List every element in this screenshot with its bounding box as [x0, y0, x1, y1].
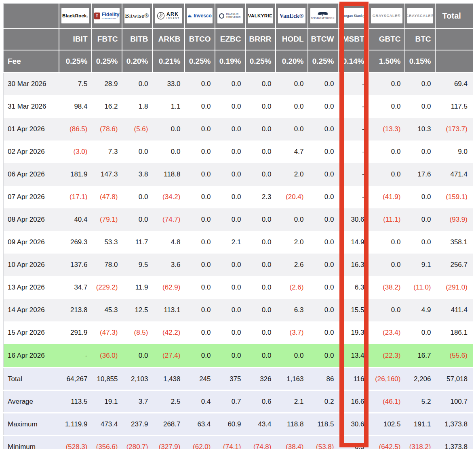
fee-row-label: Fee	[4, 50, 59, 72]
flow-value-btco: 0.0	[185, 95, 215, 118]
flow-value-btc: 0.0	[405, 95, 435, 118]
fee-ibit: 0.25%	[59, 50, 92, 72]
table-body: 30 Mar 20267.528.90.033.00.00.00.00.00.0…	[4, 72, 473, 449]
flow-value-ibit: 98.4	[59, 95, 92, 118]
logo-cell-bitb: Bitwise®	[122, 4, 152, 29]
flow-value-btc: 0.0	[405, 208, 435, 231]
summary-value-ezbc: 0.7	[215, 390, 245, 413]
flow-value-gbtc: 0.0	[369, 299, 405, 321]
morganstanley-logo: Morgan Stanley	[341, 8, 366, 23]
summary-value-msbt: 6.3	[338, 436, 369, 449]
flow-value-ezbc: 0.0	[215, 141, 245, 163]
flow-value-fbtc: (47.8)	[92, 186, 122, 208]
flow-value-msbt: -	[338, 186, 369, 208]
flow-value-btcw: 0.0	[308, 95, 338, 118]
fee-btco: 0.25%	[185, 50, 215, 72]
bitwise-wordmark: Bitwise®	[125, 13, 149, 19]
flow-value-fbtc: 16.2	[92, 95, 122, 118]
wisdomtree-wordmark: WISDOMTREE®	[311, 12, 335, 20]
flow-value-gbtc: (41.9)	[369, 186, 405, 208]
flow-value-btc: 0.0	[405, 231, 435, 254]
logo-cell-arkb: ARKINVEST	[152, 4, 185, 29]
flow-value-fbtc: 78.0	[92, 254, 122, 276]
flow-value-fbtc: 45.3	[92, 299, 122, 321]
grayscale-wordmark: GRAYSCALE®	[407, 14, 433, 18]
table-row: 30 Mar 20267.528.90.033.00.00.00.00.00.0…	[4, 72, 473, 95]
ticker-btc: BTC	[405, 28, 435, 50]
fee-bitb: 0.20%	[122, 50, 152, 72]
flow-value-btc: 0.0	[405, 186, 435, 208]
summary-value-ibit: 64,267	[59, 368, 92, 390]
flow-value-bitb: 0.0	[122, 344, 152, 368]
fee-msbt: 0.14%	[338, 50, 369, 72]
bitwise-logo: Bitwise®	[124, 8, 150, 23]
flow-value-btcw: 0.0	[308, 276, 338, 299]
flow-value-gbtc: (23.4)	[369, 321, 405, 344]
summary-value-bitb: (280.7)	[122, 436, 152, 449]
flow-value-bitb: (8.5)	[122, 321, 152, 344]
franklin-seal-icon	[219, 13, 224, 19]
flow-value-arkb: 3.6	[152, 254, 185, 276]
flow-value-ibit: (17.1)	[59, 186, 92, 208]
flow-value-ezbc: 0.0	[215, 276, 245, 299]
flow-value-total: (291.0)	[435, 276, 473, 299]
flow-value-msbt: -	[338, 141, 369, 163]
flow-value-ezbc: 0.0	[215, 208, 245, 231]
flow-value-btcw: 0.0	[308, 72, 338, 95]
summary-row-average: Average113.519.13.72.50.40.70.62.10.216.…	[4, 390, 473, 413]
flow-value-gbtc: (11.1)	[369, 208, 405, 231]
grayscale-logo: GRAYSCALE®	[407, 8, 433, 23]
grayscale-wordmark: GRAYSCALE®	[373, 14, 400, 18]
logo-cell-btc: GRAYSCALE®	[405, 4, 435, 29]
flow-value-ibit: 269.3	[59, 231, 92, 254]
wisdomtree-tree-icon	[317, 12, 329, 17]
flow-value-ibit: 40.4	[59, 208, 92, 231]
flow-value-arkb: 0.0	[152, 141, 185, 163]
flow-value-msbt: 14.9	[338, 231, 369, 254]
flow-value-arkb: (74.7)	[152, 208, 185, 231]
summary-value-total: 1,373.8	[435, 436, 473, 449]
flow-value-ibit: -	[59, 344, 92, 368]
flow-value-arkb: (42.2)	[152, 321, 185, 344]
flow-value-bitb: 9.5	[122, 254, 152, 276]
valkyrie-wordmark: VALKYRIE	[248, 13, 273, 18]
flow-value-total: (55.6)	[435, 344, 473, 368]
ticker-arkb: ARKB	[152, 28, 185, 50]
flow-value-btcw: 0.0	[308, 254, 338, 276]
flow-value-btco: 0.0	[185, 186, 215, 208]
ark-wordmark: ARKINVEST	[166, 12, 180, 20]
flow-value-ezbc: 0.0	[215, 254, 245, 276]
flow-value-hodl: 0.0	[276, 95, 308, 118]
flow-value-ibit: 7.5	[59, 72, 92, 95]
flow-value-total: 471.4	[435, 163, 473, 186]
date-cell: 14 Apr 2026	[4, 299, 59, 321]
logo-cell-fbtc: fFidelityINTERNATIONAL	[92, 4, 122, 29]
table-row: 31 Mar 202698.416.21.81.10.00.00.00.00.0…	[4, 95, 473, 118]
logo-cell-hodl: VanEck®	[276, 4, 308, 29]
flow-value-bitb: 0.0	[122, 208, 152, 231]
flow-value-brrr: 0.0	[245, 72, 276, 95]
invesco-wordmark: Invesco	[194, 13, 212, 19]
ticker-bitb: BITB	[122, 28, 152, 50]
flow-value-arkb: 33.0	[152, 72, 185, 95]
date-cell: 30 Mar 2026	[4, 72, 59, 95]
summary-row-total: Total64,26710,8552,1031,4382453753261,16…	[4, 368, 473, 390]
ticker-msbt: MSBT	[338, 28, 369, 50]
flow-value-bitb: 0.0	[122, 141, 152, 163]
flow-value-arkb: 1.1	[152, 95, 185, 118]
date-cell: 16 Apr 2026	[4, 344, 59, 368]
date-cell: 09 Apr 2026	[4, 231, 59, 254]
flow-value-bitb: (5.6)	[122, 118, 152, 141]
flow-value-btc: 17.6	[405, 163, 435, 186]
flow-value-msbt: -	[338, 72, 369, 95]
fidelity-wordmark: FidelityINTERNATIONAL	[102, 12, 120, 19]
date-cell: 15 Apr 2026	[4, 321, 59, 344]
flow-value-btco: 0.0	[185, 299, 215, 321]
flow-value-brrr: 0.0	[245, 208, 276, 231]
flow-value-bitb: 0.0	[122, 72, 152, 95]
flow-value-hodl: 2.0	[276, 163, 308, 186]
flow-value-msbt: 6.3	[338, 276, 369, 299]
table-row: 14 Apr 2026213.845.312.5113.10.00.00.06.…	[4, 299, 473, 321]
date-cell: 01 Apr 2026	[4, 118, 59, 141]
flow-value-fbtc: (78.6)	[92, 118, 122, 141]
